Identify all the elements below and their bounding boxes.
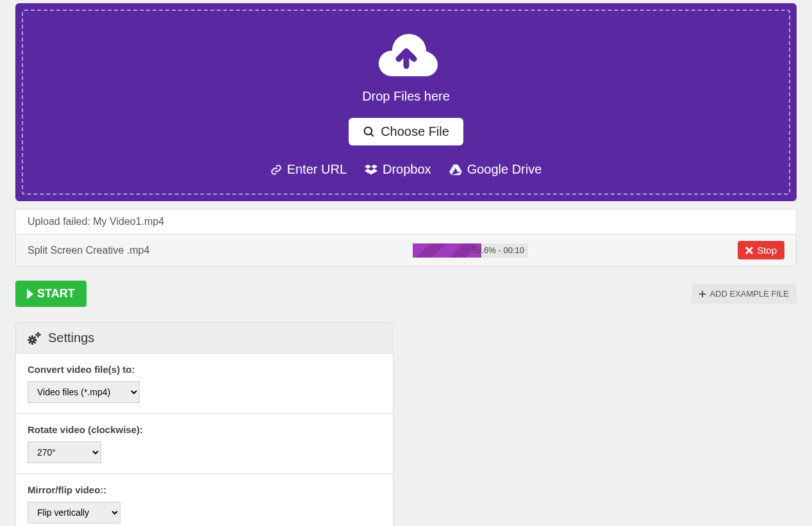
- convert-select[interactable]: Video files (*.mp4): [28, 381, 140, 403]
- flip-select[interactable]: Flip vertically: [28, 502, 120, 523]
- progress-bar: 59.6% - 00:10: [413, 243, 528, 258]
- chevron-right-icon: [27, 289, 33, 299]
- svg-point-0: [365, 127, 372, 135]
- link-icon: [270, 164, 282, 176]
- settings-panel: Settings Convert video file(s) to: Video…: [15, 322, 394, 526]
- dropzone-inner[interactable]: Drop Files here Choose File Enter URL: [22, 10, 790, 195]
- progress-fill: [413, 243, 481, 258]
- svg-rect-25: [38, 332, 39, 333]
- svg-marker-3: [371, 164, 377, 168]
- setting-rotate: Rotate video (clockwise): 270°: [16, 413, 393, 473]
- start-button-top[interactable]: START: [15, 281, 87, 307]
- add-example-label: ADD EXAMPLE FILE: [709, 289, 789, 299]
- cloud-upload-icon: [371, 29, 442, 80]
- svg-point-24: [37, 333, 40, 336]
- failed-text: Upload failed: My Video1.mp4: [28, 216, 784, 227]
- svg-point-15: [31, 338, 34, 341]
- start-label-top: START: [37, 287, 75, 300]
- stop-label: Stop: [757, 245, 777, 256]
- plus-icon: [699, 291, 706, 297]
- setting-convert: Convert video file(s) to: Video files (*…: [16, 354, 393, 413]
- svg-marker-12: [27, 289, 33, 299]
- svg-rect-27: [35, 334, 37, 335]
- svg-rect-17: [31, 342, 33, 345]
- google-drive-link[interactable]: Google Drive: [449, 162, 542, 177]
- setting-flip: Mirror/flip video:: Flip vertically: [16, 473, 393, 526]
- search-icon: [363, 126, 376, 138]
- svg-rect-16: [31, 335, 33, 338]
- convert-label: Convert video file(s) to:: [28, 364, 381, 375]
- svg-rect-26: [38, 336, 39, 337]
- progress-label: 59.6% - 00:10: [472, 243, 524, 258]
- source-links: Enter URL Dropbox: [36, 162, 776, 177]
- rotate-label: Rotate video (clockwise):: [28, 424, 381, 435]
- svg-rect-28: [40, 334, 41, 335]
- file-list: Upload failed: My Video1.mp4 Split Scree…: [15, 209, 797, 267]
- stop-button[interactable]: Stop: [738, 241, 784, 259]
- svg-marker-2: [365, 164, 371, 168]
- settings-title: Settings: [48, 331, 94, 345]
- flip-label: Mirror/flip video::: [28, 484, 381, 495]
- gears-icon: [28, 332, 42, 345]
- svg-rect-19: [35, 339, 37, 341]
- enter-url-label: Enter URL: [287, 162, 347, 177]
- dropzone[interactable]: Drop Files here Choose File Enter URL: [15, 3, 797, 201]
- choose-file-button[interactable]: Choose File: [349, 118, 463, 145]
- dropbox-icon: [365, 164, 377, 176]
- rotate-select[interactable]: 270°: [28, 441, 101, 463]
- dropbox-label: Dropbox: [383, 162, 431, 177]
- drop-files-label: Drop Files here: [36, 89, 776, 104]
- progress-cell: 59.6% - 00:10: [406, 243, 534, 258]
- google-drive-icon: [449, 164, 462, 176]
- dropbox-link[interactable]: Dropbox: [365, 162, 431, 177]
- uploading-name: Split Screen Creative .mp4: [28, 245, 406, 256]
- close-icon: [745, 247, 753, 254]
- file-row-failed: Upload failed: My Video1.mp4: [16, 210, 796, 234]
- add-example-file-button[interactable]: ADD EXAMPLE FILE: [692, 284, 797, 304]
- file-row-uploading: Split Screen Creative .mp4 59.6% - 00:10…: [16, 234, 796, 266]
- svg-line-1: [371, 133, 374, 136]
- google-drive-label: Google Drive: [467, 162, 542, 177]
- svg-rect-18: [28, 339, 30, 341]
- choose-file-label: Choose File: [381, 124, 449, 139]
- enter-url-link[interactable]: Enter URL: [270, 162, 347, 177]
- settings-header: Settings: [16, 323, 393, 354]
